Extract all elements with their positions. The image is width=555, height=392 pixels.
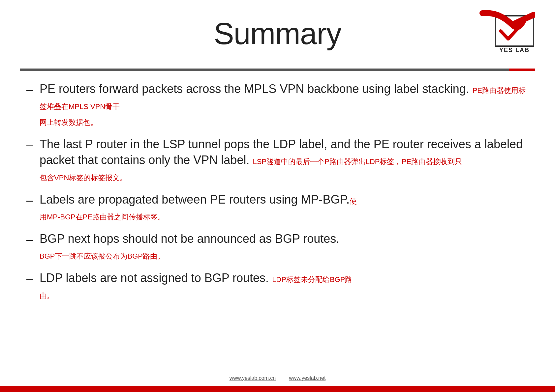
- bullet-text-5: LDP labels are not assigned to BGP route…: [40, 270, 529, 302]
- bullet-zh-inline-2: LSP隧道中的最后一个P路由器弹出LDP标签，PE路由器接收到只: [253, 157, 462, 166]
- bullet-zh-block-4: BGP下一跳不应该被公布为BGP路由。: [40, 252, 165, 260]
- bullet-zh-inline-3: 使: [350, 197, 357, 205]
- bullet-dash-4: –: [26, 232, 33, 248]
- bullet-en-5: LDP labels are not assigned to BGP route…: [40, 271, 272, 285]
- bullet-dash-2: –: [26, 137, 33, 153]
- bullet-zh-block-1: 网上转发数据包。: [40, 118, 98, 126]
- bullet-text-1: PE routers forward packets across the MP…: [40, 81, 529, 129]
- list-item: – Labels are propagated between PE route…: [26, 192, 529, 224]
- bullet-dash-3: –: [26, 192, 33, 209]
- bullet-zh-inline-5: LDP标签未分配给BGP路: [272, 275, 352, 284]
- bullet-en-1: PE routers forward packets across the MP…: [40, 82, 473, 96]
- divider-dark: [20, 69, 509, 71]
- page-title: Summary: [20, 13, 535, 51]
- bullet-zh-block-3: 用MP-BGP在PE路由器之间传播标签。: [40, 213, 165, 221]
- logo-container: YES LAB: [473, 10, 535, 53]
- bullet-text-2: The last P router in the LSP tunnel pops…: [40, 136, 529, 184]
- header-divider: [20, 69, 535, 71]
- bullet-dash-1: –: [26, 82, 33, 98]
- list-item: – PE routers forward packets across the …: [26, 81, 529, 129]
- bottom-bar: [0, 386, 555, 392]
- logo-svg: YES LAB: [473, 10, 535, 56]
- footer-link-1[interactable]: www.yeslab.com.cn: [230, 375, 276, 381]
- header: Summary YES LAB: [0, 0, 555, 66]
- bullet-dash-5: –: [26, 271, 33, 287]
- footer-link-2[interactable]: www.yeslab.net: [289, 375, 325, 381]
- footer: www.yeslab.com.cn www.yeslab.net: [0, 372, 555, 386]
- bullet-zh-block-5: 由。: [40, 292, 54, 300]
- list-item: – LDP labels are not assigned to BGP rou…: [26, 270, 529, 302]
- list-item: – The last P router in the LSP tunnel po…: [26, 136, 529, 184]
- list-item: – BGP next hops should not be announced …: [26, 231, 529, 263]
- divider-red: [509, 69, 535, 71]
- bullet-text-3: Labels are propagated between PE routers…: [40, 192, 529, 224]
- bullet-text-4: BGP next hops should not be announced as…: [40, 231, 529, 263]
- svg-text:YES LAB: YES LAB: [499, 47, 530, 53]
- content-area: – PE routers forward packets across the …: [0, 71, 555, 372]
- bullet-zh-block-2: 包含VPN标签的标签报文。: [40, 174, 127, 182]
- bullet-en-4: BGP next hops should not be announced as…: [40, 232, 339, 245]
- bullet-en-3: Labels are propagated between PE routers…: [40, 193, 350, 206]
- slide: Summary YES LAB – PE routers: [0, 0, 555, 392]
